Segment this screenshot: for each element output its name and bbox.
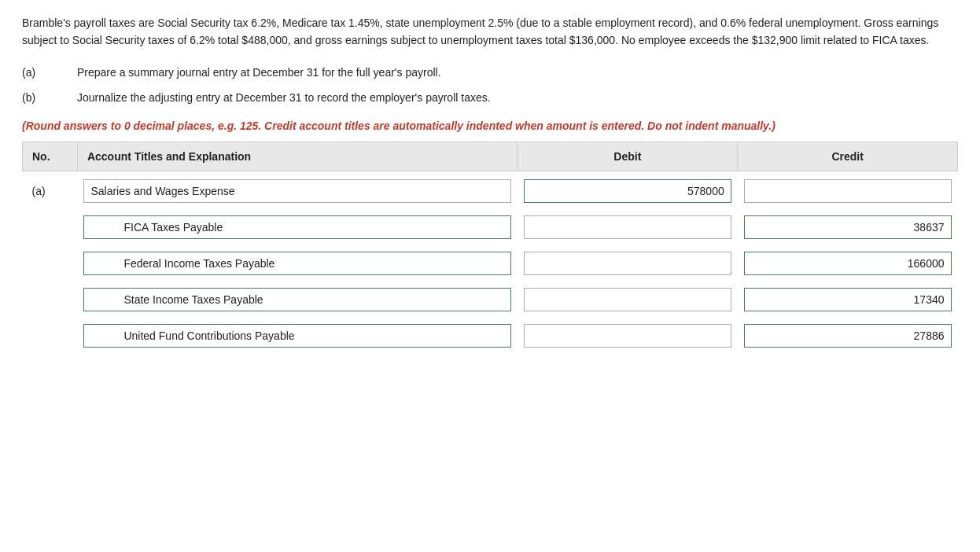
debit-cell [518,320,738,351]
sub-items: (a)Prepare a summary journal entry at De… [22,64,958,107]
header-no: No. [23,142,78,171]
sub-item-label: (a) [22,64,77,81]
row-label: (a) [23,175,78,207]
debit-cell [518,248,738,279]
debit-cell [518,284,738,315]
credit-cell [738,320,958,351]
header-debit: Debit [518,142,738,171]
sub-item: (a)Prepare a summary journal entry at De… [22,64,958,81]
sub-item-text: Prepare a summary journal entry at Decem… [77,64,441,81]
credit-cell [738,175,958,207]
credit-input[interactable] [744,288,952,311]
credit-input[interactable] [744,324,952,348]
intro-text: Bramble's payroll taxes are Social Secur… [22,14,958,50]
debit-cell [518,175,738,207]
debit-cell [518,212,738,243]
table-row [23,248,958,279]
credit-input[interactable] [744,252,952,275]
debit-input[interactable] [524,215,731,239]
account-cell [77,175,518,207]
credit-cell [738,284,958,315]
account-input[interactable] [83,252,511,275]
account-input[interactable] [83,288,511,311]
note-red: (Round answers to 0 decimal places, e.g.… [22,120,958,132]
credit-cell [738,248,958,279]
row-label [23,320,78,351]
content-wrapper: Bramble's payroll taxes are Social Secur… [0,0,980,366]
account-cell [77,284,518,315]
header-credit: Credit [738,142,958,171]
debit-input[interactable] [524,288,731,311]
account-input[interactable] [83,324,511,348]
account-cell [77,248,518,279]
row-label [23,284,78,315]
table-row [23,212,958,243]
row-label [23,248,78,279]
account-cell [77,212,518,243]
account-input[interactable] [83,215,511,239]
sub-item: (b)Journalize the adjusting entry at Dec… [22,89,958,106]
table-row [23,284,958,315]
row-label [23,212,78,243]
debit-input[interactable] [524,324,731,348]
sub-item-text: Journalize the adjusting entry at Decemb… [77,89,491,106]
debit-input[interactable] [524,252,731,275]
table-header-row: No. Account Titles and Explanation Debit… [23,142,958,171]
table-row: (a) [23,175,958,207]
table-row [23,320,958,351]
header-account: Account Titles and Explanation [77,142,518,171]
account-input[interactable] [83,179,511,203]
credit-input[interactable] [744,179,952,203]
debit-input[interactable] [524,179,731,203]
journal-table: No. Account Titles and Explanation Debit… [22,142,958,352]
credit-input[interactable] [744,215,952,239]
account-cell [77,320,518,351]
credit-cell [738,212,958,243]
sub-item-label: (b) [22,89,77,106]
